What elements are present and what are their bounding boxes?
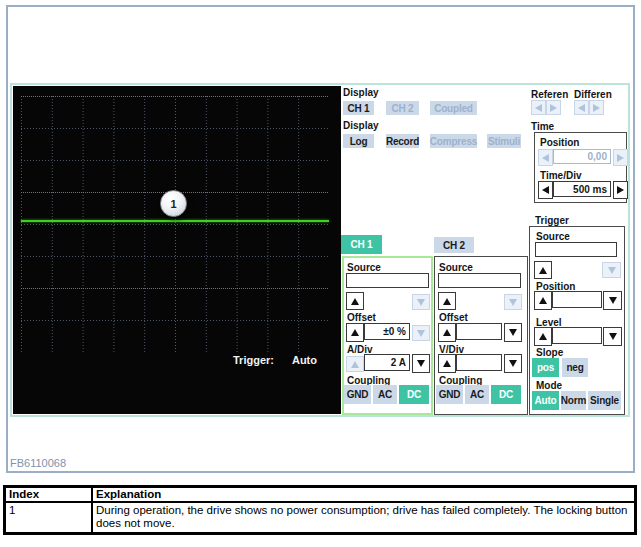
ch2-source-field[interactable] <box>438 273 521 288</box>
ch2-vdiv-field[interactable] <box>456 354 502 371</box>
arrow-down-icon <box>608 267 616 274</box>
ch1-offset-label: Offset <box>347 312 376 323</box>
ch1-coupling-gnd-button[interactable]: GND <box>344 385 371 404</box>
arrow-up-icon <box>539 297 547 304</box>
index-cell: 1 <box>5 502 93 534</box>
tab-ch2[interactable]: CH 2 <box>434 237 474 253</box>
slope-pos-button[interactable]: pos <box>532 358 559 377</box>
figure-id-label: FB6110068 <box>10 457 66 469</box>
trigger-status-value: Auto <box>292 354 317 366</box>
arrow-down-icon <box>609 333 617 340</box>
arrow-right-icon <box>550 104 557 112</box>
trigger-source-field[interactable] <box>535 242 617 257</box>
arrow-up-icon <box>351 361 359 368</box>
display-ch2-button[interactable]: CH 2 <box>386 101 419 115</box>
display-channels-label: Display <box>343 87 379 98</box>
time-position-label: Position <box>540 137 579 148</box>
ch1-adiv-field[interactable]: 2 A <box>364 354 410 371</box>
mode-single-button[interactable]: Single <box>588 391 621 410</box>
ch2-source-up-button[interactable] <box>438 292 456 310</box>
callout-marker-1: 1 <box>160 190 187 217</box>
trigger-position-down-button[interactable] <box>603 291 622 310</box>
ch2-offset-up-button[interactable] <box>438 323 456 342</box>
ch2-vdiv-down-button[interactable] <box>504 354 522 373</box>
explanation-table: Index Explanation 1 During operation, th… <box>3 485 637 535</box>
arrow-up-icon <box>443 329 451 336</box>
ch2-source-down-button[interactable] <box>504 294 522 310</box>
arrow-right-icon <box>617 186 624 194</box>
explanation-cell: During operation, the drive shows no pow… <box>92 502 636 534</box>
arrow-up-icon <box>351 298 359 305</box>
table-row: 1 During operation, the drive shows no p… <box>5 502 636 534</box>
ch2-offset-field[interactable] <box>456 323 502 340</box>
arrow-left-icon <box>578 104 585 112</box>
ch2-vdiv-up-button[interactable] <box>438 354 456 373</box>
time-div-increment-button[interactable] <box>613 181 628 199</box>
stimuli-button[interactable]: Stimuli <box>487 134 521 148</box>
ch1-adiv-down-button[interactable] <box>412 354 430 373</box>
time-position-decrement-button[interactable] <box>538 149 553 166</box>
page: 1 Trigger:Auto Display CH 1 CH 2 Coupled… <box>0 0 641 547</box>
arrow-down-icon <box>417 299 425 306</box>
arrow-down-icon <box>509 360 517 367</box>
record-button[interactable]: Record <box>386 134 419 148</box>
ch1-offset-down-button[interactable] <box>412 325 430 341</box>
ch1-coupling-ac-button[interactable]: AC <box>373 385 397 404</box>
time-div-field[interactable]: 500 ms <box>553 181 611 197</box>
trigger-source-label: Source <box>536 231 570 242</box>
ch2-source-label: Source <box>439 262 473 273</box>
ch1-coupling-dc-button[interactable]: DC <box>399 385 429 404</box>
trigger-source-down-button[interactable] <box>602 262 621 278</box>
difference-prev-button[interactable] <box>574 100 589 115</box>
arrow-up-icon <box>539 267 547 274</box>
time-label: Time <box>531 121 554 132</box>
arrow-right-icon <box>593 104 600 112</box>
arrow-up-icon <box>443 360 451 367</box>
tab-ch1[interactable]: CH 1 <box>341 235 382 254</box>
arrow-up-icon <box>351 329 359 336</box>
ch1-adiv-up-button[interactable] <box>346 356 364 372</box>
log-button[interactable]: Log <box>343 134 374 148</box>
ch1-offset-field[interactable]: ±0 % <box>364 323 410 340</box>
slope-neg-button[interactable]: neg <box>562 358 588 377</box>
ch2-coupling-dc-button[interactable]: DC <box>491 385 521 404</box>
arrow-left-icon <box>542 186 549 194</box>
trigger-status: Trigger:Auto <box>233 354 317 366</box>
time-position-increment-button[interactable] <box>613 149 628 166</box>
trigger-position-field[interactable] <box>552 291 602 308</box>
mode-auto-button[interactable]: Auto <box>532 391 559 410</box>
scope-display: 1 Trigger:Auto <box>13 86 341 414</box>
ch2-coupling-ac-button[interactable]: AC <box>465 385 489 404</box>
ch2-coupling-gnd-button[interactable]: GND <box>436 385 463 404</box>
time-div-decrement-button[interactable] <box>538 181 553 199</box>
ch2-offset-label: Offset <box>439 312 468 323</box>
reference-prev-button[interactable] <box>531 100 546 115</box>
ch1-source-up-button[interactable] <box>346 292 364 310</box>
arrow-down-icon <box>417 360 425 367</box>
time-position-field[interactable]: 0,00 <box>553 149 611 164</box>
trigger-level-down-button[interactable] <box>603 327 622 346</box>
ch1-offset-up-button[interactable] <box>346 323 364 342</box>
arrow-left-icon <box>535 104 542 112</box>
difference-next-button[interactable] <box>589 100 604 115</box>
index-column-header: Index <box>5 487 93 503</box>
reference-next-button[interactable] <box>546 100 561 115</box>
trigger-level-field[interactable] <box>552 327 602 344</box>
trigger-position-up-button[interactable] <box>534 291 552 310</box>
ch1-source-down-button[interactable] <box>412 294 430 310</box>
ch1-source-field[interactable] <box>346 273 429 288</box>
compress-button[interactable]: Compress <box>430 134 477 148</box>
explanation-column-header: Explanation <box>92 487 636 503</box>
signal-trace-green <box>21 220 329 222</box>
display-coupled-button[interactable]: Coupled <box>430 101 477 115</box>
display-ch1-button[interactable]: CH 1 <box>343 101 374 115</box>
arrow-down-icon <box>609 297 617 304</box>
mode-norm-button[interactable]: Norm <box>561 391 586 410</box>
ch2-offset-down-button[interactable] <box>504 323 522 342</box>
arrow-left-icon <box>542 154 549 162</box>
ch1-source-label: Source <box>347 262 381 273</box>
time-div-label: Time/Div <box>540 170 582 181</box>
trigger-level-up-button[interactable] <box>534 327 552 346</box>
scope-grid <box>21 96 329 352</box>
trigger-source-up-button[interactable] <box>534 261 552 279</box>
